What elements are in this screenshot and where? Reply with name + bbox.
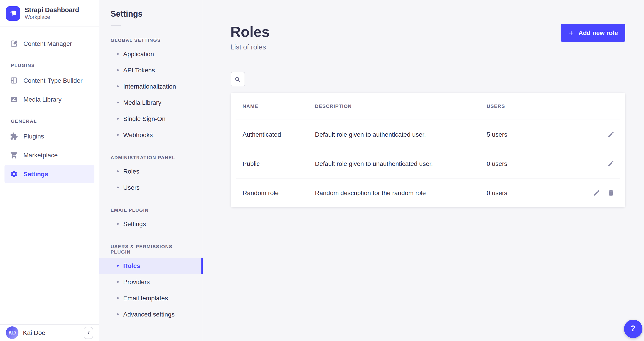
bullet-icon [117, 53, 119, 55]
add-new-role-button[interactable]: Add new role [560, 24, 625, 42]
edit-role-button[interactable] [607, 131, 614, 138]
sidebar-item-content-type-builder[interactable]: Content-Type Builder [4, 72, 94, 90]
role-description: Default role given to unauthenticated us… [315, 160, 487, 167]
bullet-icon [117, 265, 119, 266]
subnav-item-label: Roles [123, 168, 139, 175]
pencil-icon [607, 131, 614, 138]
sidebar-item-media-library[interactable]: Media Library [4, 90, 94, 108]
edit-role-button[interactable] [607, 160, 614, 167]
plus-icon [568, 30, 574, 36]
column-header-users: USERS [487, 104, 614, 109]
avatar[interactable]: KD [6, 326, 18, 339]
subnav-item-admin-roles[interactable]: Roles [99, 163, 202, 180]
subnav-section-label: EMAIL PLUGIN [99, 207, 202, 213]
bullet-icon [117, 186, 119, 188]
bullet-icon [117, 281, 119, 283]
subnav-item-label: Providers [123, 278, 150, 286]
brand-header[interactable]: Strapi Dashboard Workplace [0, 0, 99, 27]
sidebar-item-marketplace[interactable]: Marketplace [4, 146, 94, 164]
subnav-section-label: GLOBAL SETTINGS [99, 37, 202, 43]
page-header-text: Roles List of roles [230, 24, 270, 51]
subnav-item-label: API Tokens [123, 66, 155, 74]
layout-icon [10, 76, 18, 84]
subnav-section-label: USERS & PERMISSIONS PLUGIN [99, 244, 202, 254]
subnav-item-media-library[interactable]: Media Library [99, 94, 202, 110]
edit-role-button[interactable] [593, 189, 600, 196]
sidebar-item-label: Marketplace [24, 152, 58, 159]
subnav-item-label: Single Sign-On [123, 115, 166, 122]
subnav-item-label: Advanced settings [123, 311, 175, 318]
subnav-item-label: Users [123, 184, 140, 191]
sidebar-item-label: Plugins [24, 132, 44, 140]
subnav-item-label: Email templates [123, 294, 168, 302]
role-name: Public [242, 160, 315, 167]
bullet-icon [117, 170, 119, 172]
table-row-authenticated[interactable]: Authenticated Default role given to auth… [236, 120, 620, 149]
sidebar-section-general: GENERAL [11, 118, 99, 124]
bullet-icon [117, 69, 119, 71]
role-users-count: 0 users [487, 160, 607, 167]
sidebar-item-content-manager[interactable]: Content Manager [4, 34, 94, 52]
puzzle-icon [10, 132, 18, 140]
subnav-section-email-plugin: EMAIL PLUGIN Settings [99, 207, 202, 232]
subnav-section-users-permissions-plugin: USERS & PERMISSIONS PLUGIN Roles Provide… [99, 244, 202, 322]
bullet-icon [117, 313, 119, 315]
subnav-divider [110, 25, 122, 26]
page-title: Roles [230, 24, 270, 40]
app-title: Strapi Dashboard [25, 6, 79, 14]
user-section: KD Kai Doe [0, 324, 99, 341]
column-header-description: DESCRIPTION [315, 104, 487, 109]
workspace-name: Workplace [25, 14, 79, 20]
subnav-item-internationalization[interactable]: Internationalization [99, 78, 202, 94]
subnav-item-admin-users[interactable]: Users [99, 180, 202, 196]
collapse-sidebar-button[interactable] [84, 326, 93, 339]
subnav-item-label: Webhooks [123, 131, 153, 138]
subnav-item-api-tokens[interactable]: API Tokens [99, 62, 202, 78]
subnav-item-advanced-settings[interactable]: Advanced settings [99, 306, 202, 322]
table-row-public[interactable]: Public Default role given to unauthentic… [236, 149, 620, 178]
delete-role-button[interactable] [607, 189, 614, 196]
subnav-item-email-templates[interactable]: Email templates [99, 290, 202, 306]
row-actions [607, 160, 614, 167]
roles-table-card: NAME DESCRIPTION USERS Authenticated Def… [230, 92, 625, 207]
table-header-row: NAME DESCRIPTION USERS [236, 92, 620, 120]
sidebar-section-plugins: PLUGINS [11, 62, 99, 68]
subnav-item-label: Settings [123, 220, 146, 228]
add-new-role-label: Add new role [578, 29, 618, 36]
search-icon [234, 76, 241, 82]
subnav-item-email-settings[interactable]: Settings [99, 216, 202, 232]
trash-icon [607, 189, 614, 196]
table-row-random-role[interactable]: Random role Random description for the r… [236, 178, 620, 207]
pencil-icon [607, 160, 614, 167]
sidebar-item-label: Content-Type Builder [24, 77, 82, 84]
image-icon [10, 95, 18, 104]
search-button[interactable] [230, 72, 245, 86]
subnav-section-global-settings: GLOBAL SETTINGS Application API Tokens I… [99, 37, 202, 143]
row-actions [593, 189, 614, 196]
strapi-logo-icon [6, 6, 20, 20]
bullet-icon [117, 102, 119, 104]
subnav-item-single-sign-on[interactable]: Single Sign-On [99, 110, 202, 127]
strapi-admin-app: Strapi Dashboard Workplace Content Manag… [0, 0, 644, 341]
main-sidebar: Strapi Dashboard Workplace Content Manag… [0, 0, 99, 341]
subnav-item-providers[interactable]: Providers [99, 274, 202, 290]
help-button[interactable]: ? [624, 320, 642, 338]
page-header: Roles List of roles Add new role [203, 0, 644, 51]
sidebar-item-label: Media Library [24, 96, 62, 103]
subnav-item-application[interactable]: Application [99, 46, 202, 62]
subnav-item-up-roles[interactable]: Roles [99, 258, 202, 274]
role-users-count: 0 users [487, 189, 593, 196]
subnav-section-label: ADMINISTRATION PANEL [99, 155, 202, 160]
bullet-icon [117, 86, 119, 87]
gear-icon [10, 170, 18, 178]
sidebar-item-settings[interactable]: Settings [4, 165, 94, 183]
subnav-item-webhooks[interactable]: Webhooks [99, 127, 202, 143]
sidebar-item-plugins[interactable]: Plugins [4, 127, 94, 145]
pencil-icon [593, 189, 600, 196]
role-name: Random role [242, 189, 315, 196]
feather-pen-icon [10, 40, 18, 48]
page-subtitle: List of roles [230, 43, 270, 51]
role-users-count: 5 users [487, 131, 607, 138]
subnav-item-label: Roles [123, 262, 140, 269]
chevron-left-icon [86, 330, 91, 336]
